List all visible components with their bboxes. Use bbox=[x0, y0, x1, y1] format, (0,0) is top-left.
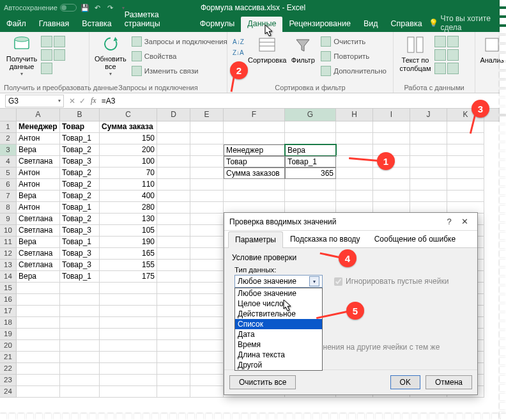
cell[interactable]: Вера bbox=[17, 191, 60, 202]
cell[interactable] bbox=[447, 167, 484, 179]
cell[interactable] bbox=[336, 179, 373, 191]
help-icon[interactable]: ? bbox=[441, 217, 457, 226]
cell[interactable] bbox=[224, 133, 285, 144]
get-data-button[interactable]: Получить данные ▾ bbox=[4, 33, 40, 78]
reapply-filter-button[interactable]: Повторить bbox=[318, 49, 389, 63]
cell[interactable]: Антон bbox=[17, 202, 60, 214]
cell[interactable]: Вера bbox=[17, 144, 60, 156]
cell[interactable] bbox=[157, 271, 190, 283]
cell[interactable] bbox=[17, 363, 60, 375]
cell[interactable]: 130 bbox=[100, 214, 157, 225]
cell[interactable]: Антон bbox=[17, 179, 60, 191]
select-all-corner[interactable] bbox=[0, 109, 17, 121]
cell[interactable] bbox=[190, 317, 224, 329]
data-model-icon[interactable] bbox=[447, 63, 459, 74]
cell[interactable] bbox=[60, 375, 100, 386]
cell[interactable] bbox=[100, 375, 157, 386]
cell[interactable] bbox=[285, 121, 336, 133]
cell[interactable] bbox=[157, 306, 190, 317]
row-header[interactable]: 14 bbox=[0, 271, 17, 283]
cell[interactable] bbox=[17, 386, 60, 398]
dialog-tab-params[interactable]: Параметры bbox=[228, 231, 283, 248]
tab-help[interactable]: Справка bbox=[385, 17, 429, 32]
namebox-dropdown-icon[interactable]: ▾ bbox=[58, 98, 61, 104]
cell[interactable]: Светлана bbox=[17, 156, 60, 167]
cell[interactable] bbox=[190, 179, 224, 191]
cell[interactable] bbox=[224, 121, 285, 133]
cell[interactable] bbox=[410, 121, 447, 133]
cell[interactable] bbox=[447, 133, 484, 144]
close-icon[interactable]: ✕ bbox=[457, 217, 472, 226]
cell[interactable] bbox=[410, 133, 447, 144]
cell[interactable] bbox=[60, 340, 100, 352]
row-header[interactable]: 17 bbox=[0, 306, 17, 317]
row-header[interactable]: 7 bbox=[0, 191, 17, 202]
cell[interactable] bbox=[190, 144, 224, 156]
from-text-icon[interactable] bbox=[41, 36, 52, 47]
cell[interactable]: Товар bbox=[60, 121, 100, 133]
cell[interactable]: Товар_2 bbox=[60, 167, 100, 179]
existing-connections-icon[interactable] bbox=[54, 49, 65, 61]
cell[interactable] bbox=[17, 375, 60, 386]
cell[interactable] bbox=[157, 283, 190, 294]
remove-duplicates-icon[interactable] bbox=[434, 49, 446, 61]
tab-view[interactable]: Вид bbox=[357, 17, 385, 32]
cell[interactable] bbox=[190, 225, 224, 237]
cell[interactable] bbox=[410, 156, 447, 167]
data-validation-icon[interactable] bbox=[434, 63, 446, 74]
col-header[interactable]: J bbox=[410, 109, 447, 121]
cell[interactable] bbox=[60, 352, 100, 363]
cell[interactable] bbox=[100, 317, 157, 329]
row-header[interactable]: 11 bbox=[0, 237, 17, 248]
row-header[interactable]: 15 bbox=[0, 283, 17, 294]
ok-button[interactable]: OK bbox=[390, 375, 420, 389]
cell[interactable] bbox=[190, 191, 224, 202]
cell[interactable] bbox=[100, 283, 157, 294]
type-option[interactable]: Список bbox=[235, 319, 322, 329]
row-header[interactable]: 10 bbox=[0, 225, 17, 237]
cell[interactable] bbox=[190, 248, 224, 260]
cell[interactable]: 365 bbox=[285, 167, 336, 179]
cell[interactable]: 200 bbox=[100, 144, 157, 156]
dropdown-arrow-icon[interactable]: ▾ bbox=[309, 276, 319, 286]
row-header[interactable]: 1 bbox=[0, 121, 17, 133]
dialog-tab-input-msg[interactable]: Подсказка по вводу bbox=[283, 231, 367, 247]
cell[interactable]: Товар_2 bbox=[60, 179, 100, 191]
queries-connections-button[interactable]: Запросы и подключения bbox=[129, 35, 230, 49]
cell[interactable] bbox=[100, 294, 157, 306]
cell[interactable] bbox=[100, 306, 157, 317]
cell[interactable] bbox=[17, 294, 60, 306]
cancel-formula-icon[interactable]: ✕ bbox=[69, 97, 75, 105]
cell[interactable]: Светлана bbox=[17, 260, 60, 271]
cell[interactable] bbox=[17, 317, 60, 329]
cell[interactable] bbox=[157, 214, 190, 225]
cell[interactable] bbox=[336, 144, 373, 156]
sort-button[interactable]: Сортировка bbox=[247, 33, 288, 78]
col-header[interactable]: E bbox=[190, 109, 224, 121]
cell[interactable] bbox=[447, 121, 484, 133]
cell[interactable] bbox=[190, 329, 224, 340]
type-option[interactable]: Любое значение bbox=[235, 288, 322, 299]
cancel-button[interactable]: Отмена bbox=[425, 375, 472, 389]
cell[interactable] bbox=[190, 271, 224, 283]
cell[interactable] bbox=[157, 340, 190, 352]
redo-icon[interactable]: ↷ bbox=[106, 3, 115, 12]
cell[interactable] bbox=[410, 144, 447, 156]
type-option[interactable]: Целое число bbox=[235, 299, 322, 309]
cell[interactable]: Товар_1 bbox=[285, 156, 336, 167]
cell[interactable] bbox=[190, 306, 224, 317]
cell[interactable] bbox=[60, 363, 100, 375]
cell[interactable] bbox=[190, 167, 224, 179]
cell[interactable]: Вера bbox=[17, 271, 60, 283]
consolidate-icon[interactable] bbox=[447, 36, 459, 47]
from-web-icon[interactable] bbox=[41, 49, 52, 61]
type-option[interactable]: Время bbox=[235, 339, 322, 350]
cell[interactable] bbox=[60, 317, 100, 329]
cell[interactable] bbox=[336, 121, 373, 133]
cell[interactable] bbox=[373, 121, 410, 133]
from-table-icon[interactable] bbox=[41, 63, 52, 74]
col-header[interactable]: B bbox=[60, 109, 100, 121]
tab-formulas[interactable]: Формулы bbox=[194, 17, 241, 32]
ignore-blank-checkbox[interactable]: Игнорировать пустые ячейки bbox=[334, 277, 448, 286]
cell[interactable]: 105 bbox=[100, 225, 157, 237]
